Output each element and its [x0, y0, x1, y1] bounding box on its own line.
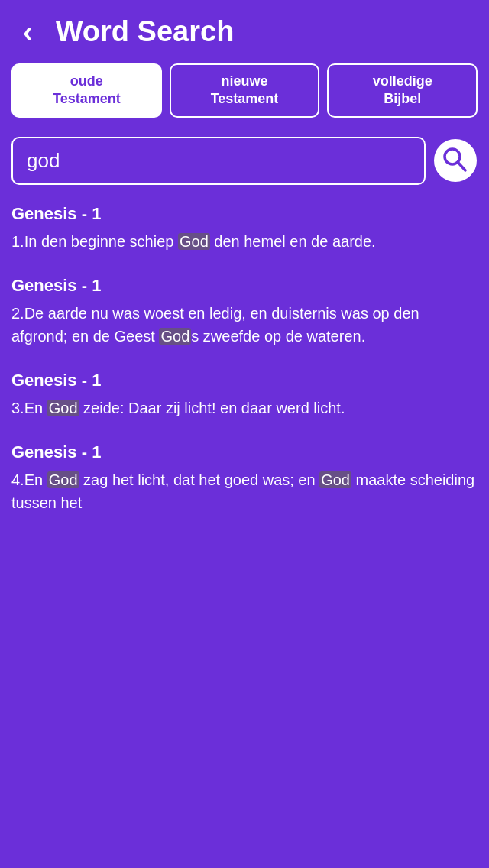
search-icon [433, 138, 478, 183]
back-button[interactable]: ‹ [15, 18, 40, 47]
result-verse: 3.En God zeide: Daar zij licht! en daar … [11, 397, 478, 419]
header: ‹ Word Search [0, 0, 489, 60]
tabs-container: oudeTestament nieuweTestament volledigeB… [0, 60, 489, 129]
svg-point-0 [435, 140, 476, 181]
result-reference: Genesis - 1 [11, 371, 478, 390]
search-container [0, 129, 489, 200]
verse-text: s zweefde op de wateren. [191, 328, 365, 345]
highlight: God [47, 400, 79, 416]
result-item: Genesis - 1 1.In den beginne schiep God … [11, 204, 478, 253]
verse-text: den hemel en de aarde. [210, 233, 376, 250]
result-item: Genesis - 1 4.En God zag het licht, dat … [11, 442, 478, 514]
result-verse: 1.In den beginne schiep God den hemel en… [11, 230, 478, 253]
result-item: Genesis - 1 2.De aarde nu was woest en l… [11, 276, 478, 348]
search-input[interactable] [11, 137, 426, 185]
verse-text: 3.En [11, 400, 47, 416]
highlight: God [159, 328, 191, 345]
result-verse: 4.En God zag het licht, dat het goed was… [11, 468, 478, 514]
result-reference: Genesis - 1 [11, 442, 478, 462]
tab-nieuwe-testament[interactable]: nieuweTestament [170, 63, 320, 118]
tab-volledige-bijbel[interactable]: volledigeBijbel [327, 63, 478, 118]
result-reference: Genesis - 1 [11, 276, 478, 296]
verse-text: 1.In den beginne schiep [11, 233, 178, 250]
verse-text: 4.En [11, 471, 47, 488]
page-title: Word Search [56, 15, 235, 48]
tab-oude-testament[interactable]: oudeTestament [11, 63, 162, 118]
result-verse: 2.De aarde nu was woest en ledig, en dui… [11, 302, 478, 348]
verse-text: zag het licht, dat het goed was; en [79, 471, 320, 488]
results-container: Genesis - 1 1.In den beginne schiep God … [0, 200, 489, 552]
verse-text: zeide: Daar zij licht! en daar werd lich… [79, 400, 345, 416]
result-item: Genesis - 1 3.En God zeide: Daar zij lic… [11, 371, 478, 419]
highlight: God [319, 471, 351, 488]
result-reference: Genesis - 1 [11, 204, 478, 224]
search-button[interactable] [433, 138, 478, 183]
highlight: God [47, 471, 79, 488]
highlight: God [178, 233, 210, 250]
